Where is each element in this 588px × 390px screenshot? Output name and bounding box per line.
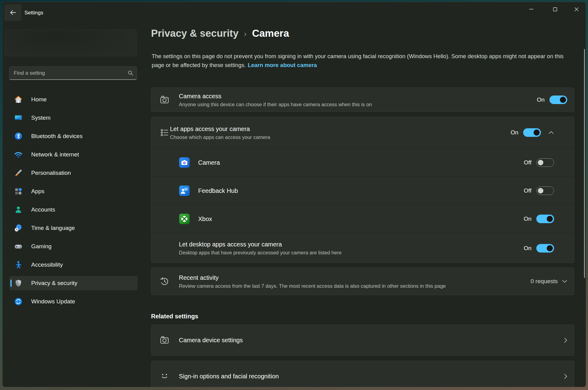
app-state-label: Off	[524, 187, 531, 194]
chevron-right-icon	[564, 374, 567, 379]
app-permissions-list-icon	[159, 127, 170, 138]
sidebar-item-time-language[interactable]: Time & language	[9, 221, 138, 235]
sidebar-item-label: Windows Update	[31, 298, 75, 305]
search-input[interactable]	[14, 70, 128, 76]
sign-in-options-row[interactable]: Sign-in options and facial recognition	[151, 361, 574, 387]
breadcrumb-separator-icon: ›	[244, 30, 246, 38]
sidebar-item-network-internet[interactable]: Network & internet	[9, 148, 138, 162]
history-icon	[159, 276, 170, 287]
sidebar-item-home[interactable]: Home	[9, 92, 138, 107]
let-desktop-titles: Let desktop apps access your camera Desk…	[179, 240, 524, 256]
sidebar-item-label: Accessibility	[31, 261, 63, 268]
feedback-hub-toggle[interactable]	[536, 186, 554, 195]
sidebar-item-bluetooth-devices[interactable]: Bluetooth & devices	[9, 129, 138, 143]
app-permission-titles: Feedback Hub	[198, 187, 524, 195]
back-button[interactable]	[4, 4, 21, 21]
camera-device-settings-titles: Camera device settings	[179, 336, 564, 344]
close-icon	[575, 7, 579, 11]
scrollbar-thumb[interactable]	[584, 49, 585, 278]
search-icon	[128, 70, 133, 76]
desktop-wallpaper: Settings	[0, 0, 588, 390]
let-desktop-toggle[interactable]	[536, 244, 554, 253]
sign-in-options-card: Sign-in options and facial recognition	[151, 361, 574, 387]
sidebar-item-system[interactable]: System	[9, 111, 138, 125]
sidebar-item-gaming[interactable]: Gaming	[9, 239, 138, 253]
camera-access-toggle[interactable]	[549, 96, 567, 104]
let-desktop-description: Desktop apps that have previously access…	[179, 249, 524, 256]
search-box	[9, 66, 137, 80]
let-apps-card: Let apps access your camera Choose which…	[151, 117, 574, 263]
sidebar-item-accounts[interactable]: Accounts	[9, 203, 138, 217]
app-name: Camera	[198, 159, 524, 167]
camera-access-titles: Camera access Anyone using this device c…	[179, 92, 537, 108]
sidebar-item-privacy-security[interactable]: Privacy & security	[9, 276, 138, 290]
app-permission-titles: Camera	[198, 159, 524, 167]
learn-more-link[interactable]: Learn more about camera	[248, 62, 317, 68]
let-apps-state-label: On	[511, 129, 518, 136]
let-apps-toggle[interactable]	[523, 128, 541, 137]
back-arrow-icon	[10, 9, 16, 16]
page-title: Camera	[252, 28, 289, 39]
window-title: Settings	[24, 10, 43, 16]
system-icon	[14, 113, 23, 122]
windows-update-icon	[14, 297, 23, 306]
recent-activity-count: 0 requests	[531, 278, 558, 285]
camera-access-state-label: On	[537, 96, 545, 103]
related-settings-heading: Related settings	[151, 313, 198, 320]
sidebar-item-label: Personalisation	[31, 170, 71, 176]
accounts-icon	[14, 205, 23, 214]
camera-device-settings-row[interactable]: Camera device settings	[151, 325, 574, 355]
camera-device-settings-label: Camera device settings	[179, 336, 564, 344]
paintbrush-icon	[14, 168, 23, 178]
sidebar-item-label: System	[31, 114, 50, 121]
breadcrumb-parent[interactable]: Privacy & security	[151, 28, 239, 39]
page-description: The settings on this page do not prevent…	[152, 52, 575, 69]
sidebar-item-label: Apps	[31, 188, 44, 195]
app-state-label: Off	[524, 159, 531, 166]
breadcrumb: Privacy & security › Camera	[151, 28, 289, 39]
recent-activity-row[interactable]: Recent activity Review camera access fro…	[151, 268, 574, 295]
app-permission-titles: Xbox	[198, 215, 524, 223]
sidebar-item-personalisation[interactable]: Personalisation	[9, 166, 138, 180]
camera-access-card: Camera access Anyone using this device c…	[151, 88, 574, 112]
chevron-right-icon	[564, 338, 567, 343]
main-content: Privacy & security › Camera The settings…	[151, 2, 574, 387]
let-apps-title: Let apps access your camera	[170, 125, 511, 133]
chevron-down-icon[interactable]	[562, 280, 567, 283]
let-apps-header-row[interactable]: Let apps access your camera Choose which…	[151, 117, 574, 148]
globe-clock-icon	[14, 223, 23, 233]
let-desktop-apps-row: Let desktop apps access your camera Desk…	[151, 233, 574, 263]
camera-access-title: Camera access	[179, 92, 537, 100]
gamepad-icon	[14, 242, 23, 251]
xbox-toggle[interactable]	[536, 215, 554, 223]
camera-access-row: Camera access Anyone using this device c…	[151, 88, 574, 112]
sidebar-item-label: Bluetooth & devices	[31, 133, 83, 140]
sidebar-item-label: Network & internet	[31, 151, 79, 158]
sidebar-item-label: Accounts	[31, 206, 55, 213]
accessibility-person-icon	[14, 260, 23, 269]
recent-activity-title: Recent activity	[179, 274, 531, 282]
let-apps-titles: Let apps access your camera Choose which…	[170, 125, 511, 141]
sidebar-item-label: Gaming	[31, 243, 52, 250]
sidebar-item-label: Privacy & security	[31, 280, 77, 287]
camera-device-settings-card: Camera device settings	[151, 324, 574, 356]
let-apps-description: Choose which apps can access your camera	[170, 134, 511, 141]
chevron-up-icon[interactable]	[548, 131, 554, 134]
user-profile-card[interactable]	[4, 29, 137, 56]
sidebar-item-accessibility[interactable]: Accessibility	[9, 258, 138, 272]
recent-activity-description: Review camera access from the last 7 day…	[179, 283, 531, 289]
shield-icon	[14, 279, 23, 288]
sign-in-options-titles: Sign-in options and facial recognition	[179, 372, 564, 380]
sidebar-item-windows-update[interactable]: Windows Update	[9, 294, 138, 309]
sidebar-item-label: Time & language	[31, 225, 75, 231]
let-desktop-title: Let desktop apps access your camera	[179, 240, 524, 248]
bluetooth-icon	[14, 132, 23, 141]
app-name: Feedback Hub	[198, 187, 524, 195]
app-name: Xbox	[198, 215, 524, 223]
camera-app-toggle[interactable]	[536, 158, 554, 167]
sidebar-nav: Home System	[9, 92, 138, 313]
app-permission-row-camera: Camera Off	[151, 148, 574, 176]
recent-activity-titles: Recent activity Review camera access fro…	[179, 274, 531, 289]
recent-activity-card: Recent activity Review camera access fro…	[151, 268, 574, 295]
sidebar-item-apps[interactable]: Apps	[9, 184, 138, 198]
